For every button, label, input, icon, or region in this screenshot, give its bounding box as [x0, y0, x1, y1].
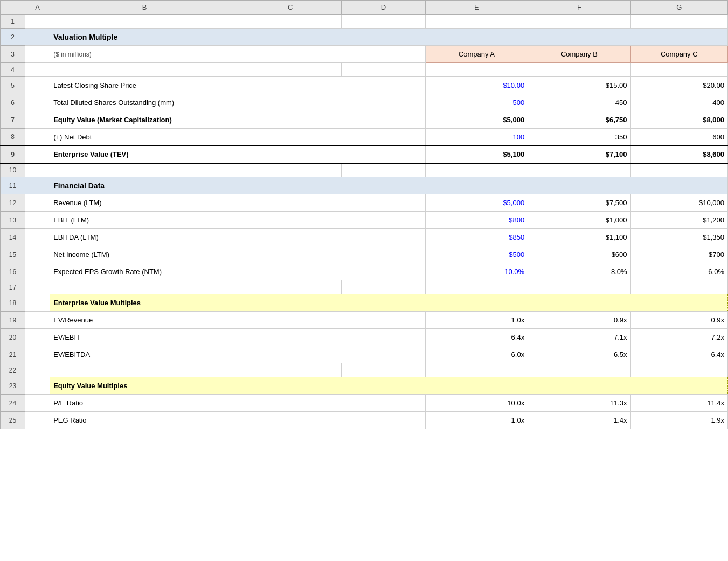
- table-row: 16 Expected EPS Growth Rate (NTM) 10.0% …: [1, 263, 728, 280]
- row-label: EBITDA (LTM): [50, 229, 426, 246]
- company-a-value: 10.0x: [425, 395, 528, 412]
- company-b-value: $6,750: [528, 111, 630, 129]
- company-c-value: $700: [630, 246, 727, 263]
- row-num: 11: [1, 177, 25, 194]
- table-row: 22: [1, 363, 728, 377]
- company-b-value: 350: [528, 129, 630, 146]
- table-row: 5 Latest Closing Share Price $10.00 $15.…: [1, 77, 728, 94]
- ev-multiples-header: Enterprise Value Multiples: [50, 294, 728, 312]
- company-a-value: 100: [425, 129, 528, 146]
- table-row: 24 P/E Ratio 10.0x 11.3x 11.4x: [1, 395, 728, 412]
- row-label: Revenue (LTM): [50, 194, 426, 212]
- table-row: 18 Enterprise Value Multiples: [1, 294, 728, 312]
- company-a-value: 6.4x: [425, 329, 528, 346]
- row-num: 16: [1, 263, 25, 280]
- company-c-value: 400: [630, 94, 727, 111]
- company-c-value: 600: [630, 129, 727, 146]
- row-num: 12: [1, 194, 25, 212]
- col-header-rownum: [1, 1, 25, 15]
- col-header-g: G: [630, 1, 727, 15]
- row-num: 6: [1, 94, 25, 111]
- row-num: 1: [1, 15, 25, 29]
- company-b-value: 8.0%: [528, 263, 630, 280]
- row-label: Enterprise Value (TEV): [50, 146, 426, 163]
- col-header-e: E: [425, 1, 528, 15]
- row-num: 13: [1, 212, 25, 229]
- financial-data-header: Financial Data: [50, 177, 728, 194]
- company-c-value: 11.4x: [630, 395, 727, 412]
- company-a-value: 1.0x: [425, 312, 528, 329]
- row-label: Equity Value (Market Capitalization): [50, 111, 426, 129]
- company-c-value: $1,350: [630, 229, 727, 246]
- company-b-value: 6.5x: [528, 346, 630, 363]
- company-c-value: $8,000: [630, 111, 727, 129]
- row-num: 25: [1, 412, 25, 429]
- valuation-multiple-header: Valuation Multiple: [50, 29, 728, 46]
- company-b-header: Company B: [528, 46, 630, 63]
- col-header-a: A: [25, 1, 50, 15]
- row-num: 23: [1, 377, 25, 395]
- spreadsheet: A B C D E F G 1 2: [0, 0, 728, 561]
- company-b-value: $600: [528, 246, 630, 263]
- company-c-value: 6.4x: [630, 346, 727, 363]
- company-a-header: Company A: [425, 46, 528, 63]
- row-num: 18: [1, 294, 25, 312]
- col-header-c: C: [239, 1, 341, 15]
- company-a-value: $10.00: [425, 77, 528, 94]
- row-label: Total Diluted Shares Outstanding (mm): [50, 94, 426, 111]
- company-c-value: 6.0%: [630, 263, 727, 280]
- company-b-value: 11.3x: [528, 395, 630, 412]
- company-a-value: 500: [425, 94, 528, 111]
- table-row: 1: [1, 15, 728, 29]
- table-row: 3 ($ in millions) Company A Company B Co…: [1, 46, 728, 63]
- company-b-value: $7,500: [528, 194, 630, 212]
- table-row: 23 Equity Value Multiples: [1, 377, 728, 395]
- row-num: 24: [1, 395, 25, 412]
- company-a-value: 10.0%: [425, 263, 528, 280]
- company-b-value: 0.9x: [528, 312, 630, 329]
- row-num: 9: [1, 146, 25, 163]
- row-num: 10: [1, 163, 25, 177]
- row-label: EV/EBIT: [50, 329, 426, 346]
- currency-note: ($ in millions): [50, 46, 426, 63]
- col-header-f: F: [528, 1, 630, 15]
- company-c-value: 1.9x: [630, 412, 727, 429]
- row-num: 19: [1, 312, 25, 329]
- table-row: 12 Revenue (LTM) $5,000 $7,500 $10,000: [1, 194, 728, 212]
- row-num: 17: [1, 280, 25, 294]
- table-row: 8 (+) Net Debt 100 350 600: [1, 129, 728, 146]
- table-row: 25 PEG Ratio 1.0x 1.4x 1.9x: [1, 412, 728, 429]
- table-row: 19 EV/Revenue 1.0x 0.9x 0.9x: [1, 312, 728, 329]
- row-label: Expected EPS Growth Rate (NTM): [50, 263, 426, 280]
- col-header-d: D: [342, 1, 425, 15]
- table-row: 14 EBITDA (LTM) $850 $1,100 $1,350: [1, 229, 728, 246]
- row-num: 4: [1, 63, 25, 77]
- row-label: Net Income (LTM): [50, 246, 426, 263]
- row-label: EBIT (LTM): [50, 212, 426, 229]
- row-label: PEG Ratio: [50, 412, 426, 429]
- table-row: 13 EBIT (LTM) $800 $1,000 $1,200: [1, 212, 728, 229]
- company-a-value: 1.0x: [425, 412, 528, 429]
- company-b-value: $1,000: [528, 212, 630, 229]
- company-b-value: $7,100: [528, 146, 630, 163]
- row-num: 22: [1, 363, 25, 377]
- company-c-value: 7.2x: [630, 329, 727, 346]
- table-row: 20 EV/EBIT 6.4x 7.1x 7.2x: [1, 329, 728, 346]
- company-b-value: $1,100: [528, 229, 630, 246]
- row-label: EV/EBITDA: [50, 346, 426, 363]
- row-num: 8: [1, 129, 25, 146]
- row-num: 14: [1, 229, 25, 246]
- table-row: 7 Equity Value (Market Capitalization) $…: [1, 111, 728, 129]
- row-label: P/E Ratio: [50, 395, 426, 412]
- table-row: 15 Net Income (LTM) $500 $600 $700: [1, 246, 728, 263]
- row-label: EV/Revenue: [50, 312, 426, 329]
- table-row: 9 Enterprise Value (TEV) $5,100 $7,100 $…: [1, 146, 728, 163]
- company-c-value: $20.00: [630, 77, 727, 94]
- row-label: Latest Closing Share Price: [50, 77, 426, 94]
- row-num: 7: [1, 111, 25, 129]
- row-num: 15: [1, 246, 25, 263]
- company-a-value: $800: [425, 212, 528, 229]
- company-b-value: $15.00: [528, 77, 630, 94]
- row-num: 20: [1, 329, 25, 346]
- company-b-value: 1.4x: [528, 412, 630, 429]
